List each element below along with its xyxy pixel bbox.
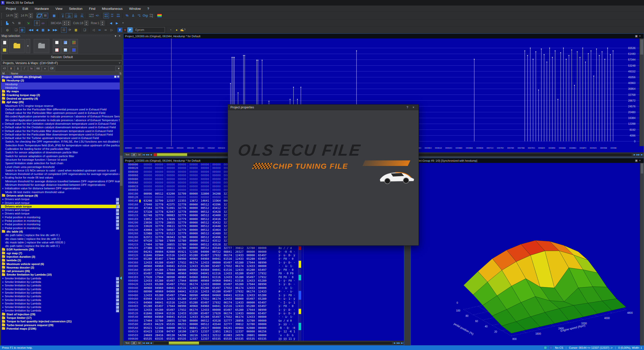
map-strip-segment[interactable] <box>299 275 301 280</box>
nav-prevfast-icon[interactable]: ◀◀ <box>146 342 149 344</box>
hex-row[interactable]: 0004C00496004041615161243365280654971793… <box>124 301 404 304</box>
tree-row[interactable]: Switch, for checking the DPF regeneratio… <box>1 140 120 143</box>
nav-last-icon[interactable]: ▶| <box>641 153 643 156</box>
tree-folder[interactable]: Nouveau dossier (2) <box>1 266 120 269</box>
next-map-icon[interactable]: ▶ <box>46 27 52 33</box>
tree-folder[interactable]: Hexdump (2) <box>1 79 120 82</box>
hex-row[interactable]: 0005E02466928416001305429818216124113251… <box>124 334 404 337</box>
binary-view-button[interactable]: 111444 <box>115 13 121 18</box>
font-size-spinner-1[interactable]: 14 Pt▲▼ <box>5 13 18 18</box>
import-icon[interactable]: ⇲ <box>25 20 31 26</box>
tree-row[interactable]: Speed limitation state selection for fau… <box>1 161 120 165</box>
save-project-button[interactable] <box>1 47 8 54</box>
dialog-close-icon[interactable]: × <box>411 106 416 109</box>
map-strip-segment[interactable] <box>299 246 301 250</box>
tree-row[interactable]: Hexdump <box>1 86 120 90</box>
spin-up-icon[interactable]: ▲ <box>29 13 32 16</box>
tree-row[interactable]: Bit-coded Application parameter to indic… <box>1 115 120 118</box>
window-close-icon[interactable]: × <box>639 34 642 37</box>
view-mode-2d[interactable]: 2d <box>131 153 136 156</box>
map-create-icon[interactable]: ▙ <box>5 20 10 26</box>
tree-row[interactable]: ∗Drivers wish torque <box>1 201 120 204</box>
tree-row[interactable]: Mode 06 test metric maximum threshold va… <box>1 190 120 194</box>
folder-maps-icon[interactable]: ▩ <box>73 27 79 33</box>
table-icon[interactable]: ▦ <box>40 27 46 33</box>
tree-header-icons[interactable]: ▣ ⊠ <box>114 75 119 78</box>
tree-folder[interactable]: lambda (1) <box>1 258 120 262</box>
hex-row[interactable]: 0005A00592152108040000072208841203270000… <box>124 326 404 330</box>
map-strip-segment[interactable] <box>299 309 301 314</box>
tree-row[interactable]: dtc mask table ( replace the value with … <box>1 241 120 244</box>
filter-button-6[interactable]: ≡ <box>42 66 48 71</box>
nav-next-icon[interactable]: ▶ <box>394 342 396 344</box>
hex-row[interactable]: 0004801243365280654971794408990409600496… <box>124 294 404 297</box>
hex-row[interactable]: 0006006553565535655356553512337123376553… <box>124 337 404 341</box>
hex-row[interactable]: 0005206184603944615161243365280654971792… <box>124 312 404 315</box>
map-edit-icon[interactable]: ✎ <box>11 20 16 26</box>
tree-row[interactable]: ∗Drivers wish torque <box>1 212 120 215</box>
hex-row[interactable]: 0004404096004960040416151612433652806549… <box>124 286 404 290</box>
tree-list-icon[interactable]: ☷ <box>61 27 67 33</box>
tree-row[interactable]: ∗Pedal position in monitoring <box>1 215 120 219</box>
tree-row[interactable]: Selection from Temperature field (Exh_tF… <box>1 144 120 147</box>
hex-view-button[interactable]: FFFF <box>109 13 115 18</box>
hex-row[interactable]: 0003E01792017944089904096004960040416151… <box>124 276 404 279</box>
tree-row[interactable]: ∗Pedal position in monitoring <box>1 226 120 230</box>
tree-folder[interactable]: Cranking torque map (2) <box>1 93 120 97</box>
decimal-view-button[interactable]: 6229EE <box>103 13 109 18</box>
search-icon[interactable]: ∞ <box>103 27 108 33</box>
tree-row[interactable]: ∗Initialisation value for distance betwe… <box>1 187 120 190</box>
tree-row[interactable]: ∗Smoke limitation by Lambda <box>1 305 120 309</box>
tree-row[interactable]: Calibration for loading factor of the pa… <box>1 147 120 151</box>
lohi-hilo-button[interactable]: LOHIHILO <box>89 13 94 18</box>
tree-project-header[interactable]: Project_100300.ols (Original)▣ ⊠ <box>1 75 120 79</box>
tree-row[interactable]: Minimum threshold for average distance t… <box>1 180 120 183</box>
font-size-spinner-2[interactable]: 14 Pt▲▼ <box>20 13 33 18</box>
projects-versions-maps-dropdown[interactable]: Projects, Versions & Maps: (Ctrl+Shift+F… <box>1 61 122 66</box>
tree-row[interactable]: ∗Smoke limitation by Lambda <box>1 309 120 312</box>
tree-row[interactable]: Level chain urea percentage threshold <box>1 165 120 168</box>
export-folder-button[interactable] <box>34 39 49 53</box>
tree-folder[interactable]: dpf map (25) <box>1 100 120 104</box>
menu-item-[interactable]: ? <box>144 6 152 12</box>
map-print-icon[interactable]: ⊞ <box>17 20 22 26</box>
hex-row[interactable]: 0005001243365280654971793206174124330000… <box>124 308 404 312</box>
toolbar-grip[interactable] <box>1 13 3 18</box>
tree-row[interactable]: ∗Default value for the Particulate filte… <box>1 133 120 136</box>
tree-folder[interactable]: Desired air quantity (4) <box>1 97 120 100</box>
map-3d-surface[interactable]: 2040608010080016002400320040004800pedal … <box>411 163 640 346</box>
tree-row[interactable]: Structure for transtage function / Senso… <box>1 158 120 161</box>
view-mode-2d[interactable]: 2d <box>131 341 136 344</box>
nav-first-icon[interactable]: |◀ <box>142 153 145 156</box>
color-scale-icon[interactable] <box>157 14 162 18</box>
tree-row[interactable]: ∗Drivers wish torque <box>1 208 120 212</box>
panel-close-icon[interactable]: × <box>117 34 122 38</box>
spin-up-icon[interactable]: ▲ <box>14 13 18 16</box>
nav-prev-icon[interactable]: ◀ <box>150 153 152 156</box>
hex-row[interactable]: 0005C06542312338047471019013873123371285… <box>124 330 404 333</box>
factor-button[interactable]: *1 <box>136 13 142 18</box>
tree-folder[interactable]: Start of Injection (29) <box>1 313 120 316</box>
spin-down-icon[interactable]: ▼ <box>29 16 32 18</box>
filter-v-button[interactable]: V <box>123 27 128 32</box>
hex-row[interactable]: 0004001243365280654971794408990409600496… <box>124 279 404 283</box>
tree-row[interactable]: ∗Drivers wish torque <box>1 197 120 201</box>
add-version-button[interactable] <box>53 39 61 46</box>
toolbar-grip[interactable] <box>1 28 3 32</box>
prev-icon[interactable]: ◀ <box>108 20 114 26</box>
menu-item-miscellaneous[interactable]: Miscellaneous <box>99 6 126 12</box>
tree-row[interactable]: Switch for sensor adaptation of downstre… <box>1 151 120 154</box>
mail-button[interactable] <box>61 47 69 54</box>
panel-collapse-icon[interactable]: ▾ <box>113 34 117 38</box>
width-16-button[interactable]: ▪▪▪16 <box>66 13 72 18</box>
signed-toggle-button[interactable]: +/- <box>95 13 100 18</box>
first-map-icon[interactable]: ◀◀ <box>28 27 34 33</box>
filter-dropdown-icon[interactable]: ▼ <box>115 66 122 71</box>
overview-vscrollbar[interactable] <box>639 38 644 146</box>
tree-row[interactable]: dtc class table ( replace the line dtc w… <box>1 237 120 240</box>
toolbar-grip[interactable] <box>1 21 3 25</box>
nav-nextfast-icon[interactable]: ▶▶ <box>636 153 640 156</box>
tree-row[interactable]: ∗Pedal position in monitoring <box>1 223 120 226</box>
prev-map-icon[interactable]: ◀ <box>34 27 40 33</box>
window-restore-icon[interactable]: ▣ <box>635 159 639 162</box>
